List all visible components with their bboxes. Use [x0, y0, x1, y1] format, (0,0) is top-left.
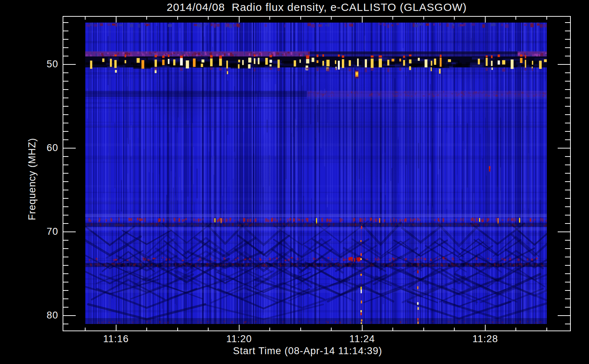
axis-tick [565, 223, 570, 224]
axis-tick [565, 31, 570, 31]
axis-tick [63, 206, 68, 207]
axis-tick [565, 72, 570, 73]
axis-tick [63, 64, 76, 65]
axis-tick [63, 223, 68, 224]
axis-tick [85, 328, 86, 331]
plot-frame [63, 16, 571, 331]
axis-tick [116, 325, 116, 331]
axis-tick [63, 106, 68, 107]
axis-tick [565, 248, 570, 249]
axis-tick [423, 328, 424, 331]
axis-tick [558, 232, 570, 232]
axis-tick [565, 324, 570, 324]
x-tick-label: 11:16 [103, 333, 129, 345]
axis-tick [565, 190, 570, 190]
axis-tick [515, 328, 516, 331]
axis-tick [239, 325, 240, 331]
y-tick-label: 70 [25, 226, 58, 237]
axis-tick [565, 165, 570, 165]
axis-tick [63, 215, 68, 215]
axis-tick [63, 324, 68, 324]
axis-tick [392, 17, 393, 20]
axis-tick [565, 198, 570, 199]
axis-tick [63, 257, 68, 257]
axis-tick [331, 17, 332, 20]
axis-tick [63, 315, 76, 316]
x-tick-label: 11:28 [473, 333, 498, 345]
axis-tick [63, 198, 68, 199]
axis-tick [565, 81, 570, 82]
axis-tick [558, 315, 570, 316]
axis-tick [485, 325, 486, 331]
axis-tick [63, 181, 68, 182]
axis-tick [63, 123, 68, 123]
axis-tick [63, 273, 68, 274]
axis-tick [63, 81, 68, 82]
axis-tick [362, 17, 363, 23]
axis-tick [63, 232, 76, 232]
axis-tick [565, 123, 570, 123]
axis-tick [565, 114, 570, 115]
axis-tick [454, 17, 455, 20]
axis-tick [565, 265, 570, 266]
axis-tick [177, 328, 178, 331]
y-tick-label: 50 [25, 59, 58, 70]
axis-tick [565, 139, 570, 140]
axis-tick [546, 17, 547, 20]
axis-tick [269, 328, 270, 331]
y-tick-label: 80 [25, 310, 58, 321]
axis-tick [558, 64, 570, 65]
spectrogram-page: { "window": { "background": "#000000" },… [0, 0, 589, 364]
y-tick-label: 60 [25, 142, 58, 154]
axis-tick [63, 282, 68, 282]
axis-tick [565, 131, 570, 132]
axis-tick [239, 17, 240, 23]
axis-tick [63, 190, 68, 190]
axis-tick [146, 328, 147, 331]
axis-tick [565, 181, 570, 182]
axis-tick [565, 47, 570, 48]
axis-tick [63, 114, 68, 115]
axis-tick [565, 156, 570, 157]
axis-tick [63, 290, 68, 291]
axis-tick [63, 56, 68, 56]
axis-tick [515, 17, 516, 20]
axis-tick [63, 22, 68, 23]
axis-tick [63, 165, 68, 165]
axis-tick [208, 17, 209, 20]
axis-tick [85, 17, 86, 20]
axis-tick [63, 240, 68, 241]
x-tick-label: 11:20 [226, 333, 252, 345]
axis-tick [63, 307, 68, 308]
axis-tick [454, 328, 455, 331]
axis-tick [63, 148, 76, 149]
axis-tick [565, 106, 570, 107]
axis-tick [565, 307, 570, 308]
axis-tick [146, 17, 147, 20]
axis-tick [565, 273, 570, 274]
axis-tick [63, 39, 68, 40]
axis-tick [565, 257, 570, 257]
axis-tick [177, 17, 178, 20]
axis-tick [565, 206, 570, 207]
axis-tick [63, 31, 68, 31]
axis-tick [208, 328, 209, 331]
axis-tick [565, 39, 570, 40]
axis-tick [565, 298, 570, 299]
axis-tick [63, 298, 68, 299]
chart-title: 2014/04/08 Radio flux density, e-CALLIST… [63, 1, 571, 13]
axis-tick [331, 328, 332, 331]
axis-tick [423, 17, 424, 20]
axis-tick [558, 148, 570, 149]
axis-tick [63, 265, 68, 266]
axis-tick [362, 325, 363, 331]
axis-tick [565, 56, 570, 56]
axis-tick [63, 156, 68, 157]
axis-tick [63, 47, 68, 48]
axis-tick [392, 328, 393, 331]
axis-tick [63, 248, 68, 249]
axis-tick [300, 17, 301, 20]
axis-tick [116, 17, 116, 23]
axis-tick [63, 98, 68, 98]
axis-tick [63, 139, 68, 140]
